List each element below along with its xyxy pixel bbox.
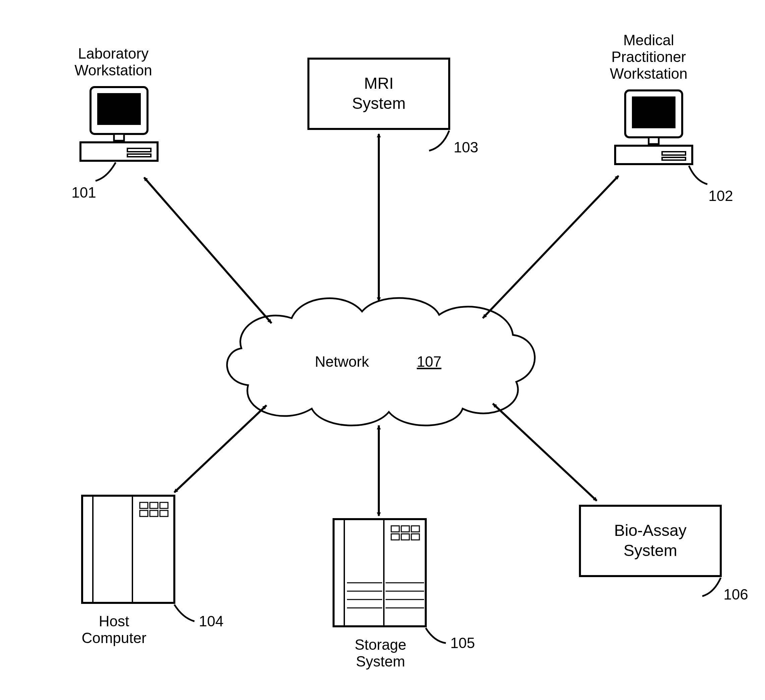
svg-rect-21 <box>160 510 168 516</box>
bioassay-title-1: Bio-Assay <box>614 521 686 539</box>
network-cloud: Network 107 <box>227 298 535 426</box>
link-bioassay-network <box>493 403 597 501</box>
lab-ref: 101 <box>71 184 96 201</box>
svg-rect-20 <box>150 510 158 516</box>
host-title-1: Host <box>99 613 129 629</box>
svg-rect-1 <box>97 93 141 125</box>
svg-rect-30 <box>411 534 419 540</box>
storage-system: 105 Storage System <box>334 519 475 670</box>
network-label: Network <box>315 353 369 370</box>
med-title-3: Workstation <box>610 65 688 82</box>
link-host-network <box>174 405 266 492</box>
svg-rect-12 <box>662 157 686 160</box>
medical-practitioner-workstation: Medical Practitioner Workstation 102 <box>610 32 733 204</box>
svg-rect-16 <box>140 502 148 509</box>
bioassay-ref: 106 <box>723 586 748 603</box>
mri-title-1: MRI <box>364 74 394 92</box>
svg-rect-2 <box>114 134 124 141</box>
bioassay-title-2: System <box>623 541 677 559</box>
lab-title-2: Workstation <box>74 62 152 78</box>
lab-title-1: Laboratory <box>78 45 148 62</box>
svg-rect-29 <box>401 534 409 540</box>
svg-rect-6 <box>309 59 449 129</box>
storage-ref: 105 <box>450 635 475 651</box>
svg-rect-39 <box>580 506 721 576</box>
link-med-network <box>483 176 619 318</box>
svg-rect-11 <box>662 152 686 155</box>
server-icon <box>82 496 174 603</box>
link-lab-network <box>144 177 272 323</box>
med-title-2: Practitioner <box>611 49 686 65</box>
svg-rect-9 <box>649 137 659 144</box>
svg-rect-28 <box>391 534 399 540</box>
storage-title-1: Storage <box>355 636 406 653</box>
mri-ref: 103 <box>453 139 478 155</box>
network-ref: 107 <box>417 353 441 370</box>
storage-title-2: System <box>356 653 405 670</box>
network-diagram: Network 107 Laboratory Workstation 101 M… <box>0 0 765 700</box>
mri-system: MRI System 103 <box>309 59 479 155</box>
svg-rect-17 <box>150 502 158 509</box>
svg-rect-4 <box>128 148 151 152</box>
med-ref: 102 <box>708 188 733 204</box>
svg-rect-19 <box>140 510 148 516</box>
computer-icon <box>615 90 692 164</box>
bio-assay-system: Bio-Assay System 106 <box>580 506 748 603</box>
svg-rect-8 <box>632 96 675 128</box>
svg-rect-25 <box>391 526 399 532</box>
med-title-1: Medical <box>623 32 674 48</box>
storage-icon <box>334 519 426 626</box>
host-ref: 104 <box>199 613 223 629</box>
svg-rect-27 <box>411 526 419 532</box>
svg-rect-18 <box>160 502 168 509</box>
computer-icon <box>80 87 157 161</box>
host-title-2: Computer <box>82 630 146 646</box>
svg-rect-5 <box>128 154 151 157</box>
mri-title-2: System <box>352 94 406 112</box>
host-computer: 104 Host Computer <box>82 496 223 646</box>
svg-rect-26 <box>401 526 409 532</box>
